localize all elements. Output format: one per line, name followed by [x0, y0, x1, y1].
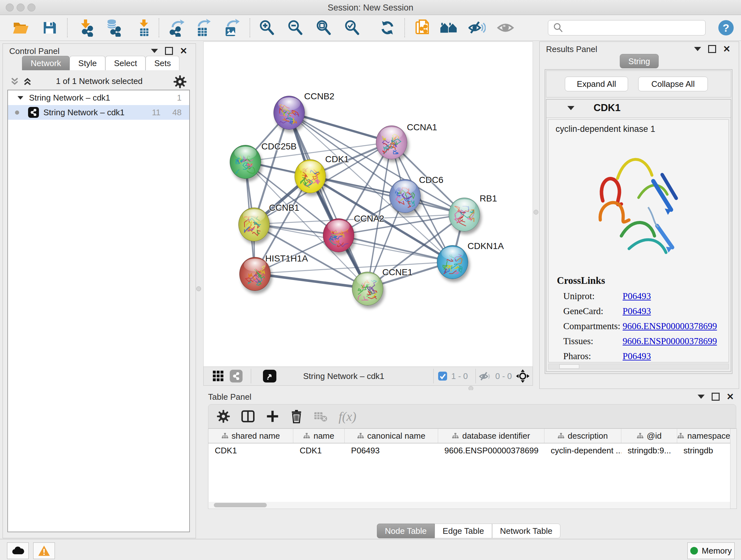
column-header-shared-name[interactable]: shared name: [208, 429, 293, 443]
export-table-icon[interactable]: [194, 19, 212, 37]
table-tabs: Node TableEdge TableNetwork Table: [377, 523, 560, 538]
zoom-in-icon[interactable]: [258, 19, 275, 37]
birds-eye-view-icon[interactable]: [516, 369, 530, 383]
selected-checkbox-icon[interactable]: [438, 371, 448, 381]
table-vertical-scrollbar[interactable]: [730, 429, 737, 509]
zoom-selected-icon[interactable]: [343, 19, 360, 37]
close-panel-icon[interactable]: ✕: [723, 46, 731, 52]
column-header-database-identifier[interactable]: database identifier: [438, 429, 544, 443]
grid-view-icon[interactable]: [212, 370, 224, 382]
network-node-CCNA1[interactable]: [376, 125, 407, 159]
export-image-icon[interactable]: [223, 19, 240, 37]
home-icon[interactable]: [440, 19, 457, 37]
warning-status-button[interactable]: [33, 543, 55, 559]
open-view-icon[interactable]: [263, 370, 276, 382]
column-header-namespace[interactable]: namespace: [677, 429, 731, 443]
search-input[interactable]: [567, 23, 705, 33]
hide-selected-eye-slash-icon[interactable]: [468, 19, 486, 37]
function-builder-icon[interactable]: f(x): [339, 409, 356, 424]
cell--id[interactable]: stringdb:9...: [621, 443, 677, 457]
maximize-panel-icon[interactable]: [165, 47, 173, 55]
network-node-CDK1[interactable]: [294, 159, 326, 193]
network-options-gear-icon[interactable]: [173, 75, 187, 88]
tab-network-table[interactable]: Network Table: [492, 523, 560, 538]
float-panel-icon[interactable]: [697, 395, 704, 399]
network-node-CDC6[interactable]: [389, 179, 421, 213]
network-node-CCNB2[interactable]: [273, 96, 305, 130]
delete-table-icon[interactable]: [314, 410, 328, 423]
column-header-canonical-name[interactable]: canonical name: [345, 429, 438, 443]
cell-name[interactable]: CDK1: [293, 443, 345, 457]
network-node-CCNA2[interactable]: [323, 219, 354, 252]
crosslink-link[interactable]: P06493: [623, 291, 651, 301]
maximize-panel-icon[interactable]: [708, 45, 716, 53]
network-node-CCNB1[interactable]: [239, 207, 270, 241]
open-session-icon[interactable]: [12, 19, 29, 37]
tab-string[interactable]: String: [620, 54, 659, 68]
section-expand-icon[interactable]: [567, 106, 575, 110]
cell-canonical-name[interactable]: P06493: [345, 443, 438, 457]
close-panel-icon[interactable]: ✕: [180, 48, 187, 54]
float-panel-icon[interactable]: [151, 49, 158, 53]
main-toolbar: ?: [0, 15, 741, 41]
import-network-icon[interactable]: [78, 19, 96, 37]
crosslink-link[interactable]: P06493: [623, 351, 651, 361]
network-node-CDC25B[interactable]: [230, 145, 261, 179]
network-row[interactable]: String Network – cdk1 11 48: [8, 105, 189, 120]
float-panel-icon[interactable]: [694, 47, 701, 51]
close-panel-icon[interactable]: ✕: [727, 394, 734, 400]
show-columns-icon[interactable]: [241, 409, 255, 423]
network-node-CCNE1[interactable]: [352, 272, 383, 306]
cloud-status-button[interactable]: [7, 543, 29, 559]
right-splitter-handle[interactable]: [534, 210, 538, 214]
help-icon[interactable]: ?: [718, 19, 735, 37]
cell-namespace[interactable]: stringdb: [677, 443, 731, 457]
memory-button[interactable]: Memory: [687, 543, 735, 559]
refresh-icon[interactable]: [379, 19, 396, 37]
tab-select[interactable]: Select: [105, 56, 145, 70]
network-edge-HIST1H1A-CCNE1[interactable]: [255, 273, 367, 288]
cell-database-identifier[interactable]: 9606.ENSP00000378699: [438, 443, 544, 457]
show-all-eye-icon[interactable]: [497, 19, 514, 37]
network-collection-row[interactable]: String Network – cdk1 1: [8, 90, 189, 105]
results-horizontal-scrollbar[interactable]: [548, 364, 729, 369]
left-splitter-handle[interactable]: [196, 287, 201, 291]
snapshot-icon[interactable]: [414, 19, 431, 37]
network-node-RB1[interactable]: [449, 198, 480, 232]
network-canvas[interactable]: CCNB2CCNA1CDC25BCDK1CDC6RB1CCNB1CCNA2CDK…: [203, 42, 533, 367]
tab-style[interactable]: Style: [70, 56, 105, 70]
tab-edge-table[interactable]: Edge Table: [434, 523, 492, 538]
string-view-icon[interactable]: [230, 370, 243, 382]
tab-network[interactable]: Network: [22, 56, 70, 70]
cell-description[interactable]: cyclin-dependent ...: [544, 443, 621, 457]
tab-node-table[interactable]: Node Table: [377, 523, 434, 538]
gene-section-header[interactable]: CDK1: [546, 100, 731, 118]
collection-expand-icon[interactable]: [17, 96, 23, 100]
table-toolbar: f(x): [208, 404, 736, 428]
maximize-panel-icon[interactable]: [712, 393, 720, 401]
column-header-description[interactable]: description: [544, 429, 621, 443]
network-node-CDKN1A[interactable]: [437, 245, 468, 279]
expand-all-button[interactable]: Expand All: [565, 77, 628, 91]
table-options-gear-icon[interactable]: [217, 410, 230, 423]
column-header--id[interactable]: @id: [621, 429, 677, 443]
zoom-fit-icon[interactable]: [315, 19, 332, 37]
table-horizontal-scrollbar[interactable]: [209, 502, 730, 508]
crosslink-link[interactable]: 9606.ENSP00000378699: [623, 321, 717, 331]
cell-shared-name[interactable]: CDK1: [208, 443, 293, 457]
tab-sets[interactable]: Sets: [145, 56, 179, 70]
control-panel-tabs: NetworkStyleSelectSets: [22, 56, 179, 70]
table-header-row: shared namenamecanonical namedatabase id…: [208, 429, 731, 443]
column-header-name[interactable]: name: [293, 429, 345, 443]
import-table-icon[interactable]: [135, 19, 152, 37]
collapse-all-button[interactable]: Collapse All: [638, 77, 708, 91]
export-network-icon[interactable]: [168, 19, 185, 37]
import-network-database-icon[interactable]: [105, 19, 122, 37]
create-column-plus-icon[interactable]: [266, 410, 279, 423]
zoom-out-icon[interactable]: [286, 19, 304, 37]
crosslink-link[interactable]: P06493: [623, 306, 651, 316]
hidden-eye-slash-icon[interactable]: [479, 371, 492, 382]
save-session-icon[interactable]: [41, 19, 58, 37]
delete-column-trash-icon[interactable]: [290, 409, 303, 423]
crosslink-link[interactable]: 9606.ENSP00000378699: [623, 336, 717, 347]
